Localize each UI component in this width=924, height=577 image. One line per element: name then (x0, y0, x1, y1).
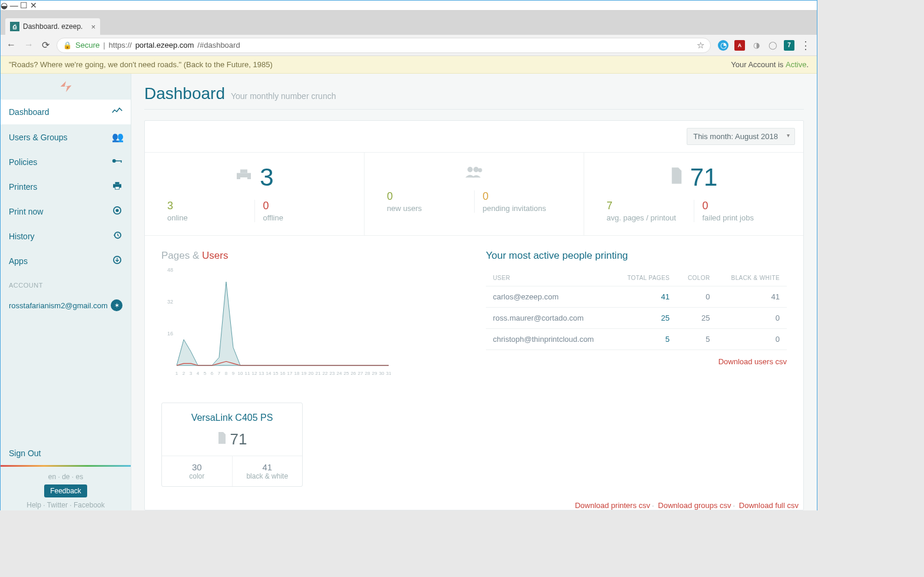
svg-rect-13 (240, 177, 247, 182)
forward-icon: → (24, 39, 34, 51)
svg-text:26: 26 (351, 371, 356, 376)
close-tab-icon[interactable]: × (91, 22, 96, 31)
maximize-icon[interactable]: ☐ (20, 1, 28, 10)
download-users-csv-link[interactable]: Download users csv (486, 357, 787, 366)
users-icon: 👥 (112, 131, 122, 143)
ext-icon[interactable]: ◯ (767, 40, 778, 51)
svg-text:8: 8 (225, 371, 228, 376)
svg-text:6: 6 (211, 371, 214, 376)
sidebar-item-printers[interactable]: Printers (1, 174, 131, 199)
printers-total: 3 (260, 163, 273, 192)
sidebar-item-policies[interactable]: Policies (1, 150, 131, 174)
active-people-title: Your most active people printing (486, 250, 787, 262)
key-icon (112, 157, 122, 167)
main-content: Dashboard Your monthly number crunch Thi… (131, 74, 817, 510)
logo[interactable] (1, 74, 131, 100)
table-row[interactable]: ross.maurer@cortado.com25250 (486, 308, 787, 329)
back-icon[interactable]: ← (6, 39, 16, 51)
svg-rect-4 (115, 182, 120, 184)
svg-text:16: 16 (280, 371, 286, 376)
target-icon (112, 206, 122, 217)
svg-text:23: 23 (330, 371, 335, 376)
account-icon[interactable]: ◒ (1, 1, 8, 10)
window-controls: ◒ — ☐ ✕ (1, 1, 817, 10)
svg-point-14 (468, 167, 473, 172)
sidebar-item-label: History (9, 232, 35, 241)
account-link[interactable]: rosstafarianism2@gmail.com ✶ (1, 294, 131, 317)
pdf-ext-icon[interactable]: A (734, 40, 745, 51)
document-icon (670, 167, 683, 188)
table-row[interactable]: carlos@ezeep.com41041 (486, 286, 787, 308)
sidebar-item-label: Print now (9, 207, 43, 216)
dashboard-card: This month: August 2018 3 3online 0offli… (144, 120, 804, 510)
address-bar[interactable]: 🔒 Secure | https://portal.ezeep.com/#das… (57, 38, 711, 53)
minimize-icon[interactable]: — (10, 1, 18, 10)
download-groups-csv-link[interactable]: Download groups csv (658, 501, 731, 510)
bottom-download-links: Download printers csv· Download groups c… (145, 493, 803, 510)
browser-tab[interactable]: ⎙ Dashboard. ezeep. × (5, 18, 100, 35)
page-header: Dashboard Your monthly number crunch (144, 74, 804, 110)
svg-text:31: 31 (386, 371, 391, 376)
svg-text:48: 48 (167, 267, 173, 273)
svg-point-16 (478, 168, 482, 172)
tab-title: Dashboard. ezeep. (23, 22, 82, 31)
svg-text:12: 12 (252, 371, 257, 376)
active-people-table: USERTOTAL PAGESCOLORBLACK & WHITE carlos… (486, 270, 787, 350)
feedback-button[interactable]: Feedback (44, 484, 87, 497)
avg-pages: 7 (607, 200, 685, 212)
sign-out-link[interactable]: Sign Out (1, 441, 131, 467)
svg-text:9: 9 (232, 371, 235, 376)
svg-text:32: 32 (167, 299, 173, 305)
sidebar-item-apps[interactable]: Apps (1, 249, 131, 273)
svg-text:19: 19 (302, 371, 307, 376)
close-window-icon[interactable]: ✕ (30, 1, 37, 10)
svg-text:16: 16 (167, 331, 173, 337)
printer-summary-card[interactable]: VersaLink C405 PS 71 30color 41black & w… (161, 403, 303, 487)
ext-icon[interactable]: ◑ (751, 40, 761, 51)
svg-text:27: 27 (358, 371, 363, 376)
svg-point-0 (112, 159, 116, 163)
svg-text:5: 5 (204, 371, 207, 376)
bookmark-star-icon[interactable]: ☆ (697, 40, 704, 51)
svg-point-7 (115, 209, 118, 212)
chart-area: Pages & Users 16324812345678910111213141… (161, 250, 462, 380)
sidebar-item-dashboard[interactable]: Dashboard (1, 100, 131, 124)
svg-text:28: 28 (365, 371, 370, 376)
reload-icon[interactable]: ⟳ (42, 39, 49, 51)
chart-title: Pages & Users (161, 250, 462, 262)
extension-icons: ◔ A ◑ ◯ 7 ⋮ (718, 40, 811, 51)
svg-text:21: 21 (316, 371, 321, 376)
crafted-line: Handcrafted with ♥ in Berlin (1, 509, 131, 510)
sidebar-item-users-groups[interactable]: Users & Groups 👥 (1, 124, 131, 150)
pending-count: 0 (483, 190, 562, 203)
download-full-csv-link[interactable]: Download full csv (739, 501, 799, 510)
svg-rect-5 (115, 187, 120, 189)
chrome-menu-icon[interactable]: ⋮ (800, 40, 811, 51)
svg-text:15: 15 (273, 371, 279, 376)
sidebar-item-label: Dashboard (9, 107, 49, 117)
offline-count: 0 (263, 200, 342, 212)
favicon-icon: ⎙ (10, 22, 19, 31)
svg-rect-12 (240, 170, 247, 173)
sidebar-item-history[interactable]: History (1, 224, 131, 249)
printer-icon (112, 182, 122, 192)
sidebar: Dashboard Users & Groups 👥 Policies Prin… (1, 74, 131, 510)
svg-text:25: 25 (344, 371, 349, 376)
document-icon (217, 432, 227, 447)
table-row[interactable]: christoph@thinprintcloud.com550 (486, 329, 787, 350)
help-links[interactable]: Help · Twitter · Facebook (1, 501, 131, 509)
sidebar-item-print-now[interactable]: Print now (1, 199, 131, 224)
svg-text:30: 30 (379, 371, 385, 376)
tab-strip: ⎙ Dashboard. ezeep. × (1, 16, 817, 35)
ext-icon[interactable]: 7 (784, 40, 794, 51)
avatar-icon: ✶ (111, 299, 122, 311)
browser-window: ◒ — ☐ ✕ ⎙ Dashboard. ezeep. × ← → ⟳ 🔒 Se… (0, 0, 817, 510)
svg-text:20: 20 (309, 371, 314, 376)
lang-links[interactable]: en · de · es (1, 473, 131, 481)
ext-icon[interactable]: ◔ (718, 40, 728, 51)
banner-quote: "Roads? Where we're going, we don't need… (9, 60, 273, 69)
download-printers-csv-link[interactable]: Download printers csv (575, 501, 650, 510)
active-people-section: Your most active people printing USERTOT… (486, 250, 787, 380)
month-selector-dropdown[interactable]: This month: August 2018 (687, 128, 795, 145)
svg-text:2: 2 (183, 371, 186, 376)
